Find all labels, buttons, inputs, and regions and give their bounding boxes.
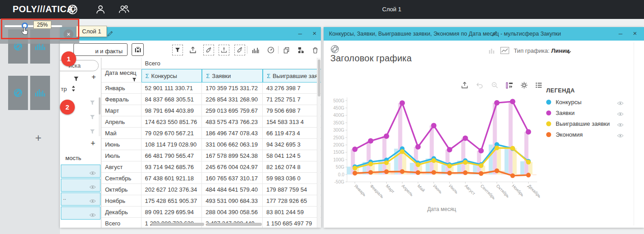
legend-item[interactable]: Конкурсы [546,98,636,109]
measure-column-header[interactable]: ΣЗаявки [202,69,263,83]
cell-value[interactable]: 202 627 102 376.34 [142,184,202,195]
cell-month[interactable]: Апрель [101,116,142,128]
cell-value[interactable]: 58 041 124 5 [263,150,321,161]
minimize-button[interactable]: – [616,29,626,39]
add-fact-button[interactable]: + [91,139,96,148]
cell-value[interactable]: 226 854 331 268.90 [202,94,263,105]
chevron-down-icon[interactable] [566,49,571,55]
legend-item[interactable]: Заявки [546,109,636,120]
line-type-icon[interactable] [500,47,509,55]
panel-scrollbar[interactable] [99,97,100,136]
add-mark-icon[interactable] [204,46,213,55]
cell-value[interactable]: 170 359 715 331.72 [202,83,263,94]
bar-type-icon[interactable] [489,47,496,55]
cell-value[interactable]: 288 004 390 058.56 [202,206,263,218]
cell-value[interactable]: 71 252 751 7 [263,94,321,105]
table-vertical-scrollbar[interactable] [317,58,320,228]
funnel-icon[interactable] [90,99,95,107]
edit-title-icon[interactable] [491,30,498,39]
export-icon[interactable] [188,46,197,55]
cell-value[interactable]: 186 496 747 078.43 [202,128,263,139]
chart-canvas[interactable]: 500G450G400G350G300G250G200G150G100G50G0… [329,95,554,216]
cell-month[interactable]: Июнь [101,139,142,150]
measure-column-header[interactable]: ΣКонкурсы [142,69,202,83]
cell-value[interactable]: 1 150 685 497 79 [263,218,321,228]
cell-month[interactable]: Август [101,161,142,173]
tray-alert-icon[interactable] [219,46,228,55]
cell-value[interactable]: 79 506 698 7 [263,105,321,116]
cell-value[interactable]: 167 578 899 524.38 [202,150,263,161]
eye-icon[interactable] [617,133,624,139]
cell-month[interactable]: Июль [101,150,142,161]
cell-value[interactable]: 484 484 641 579.40 [202,184,263,195]
eye-icon[interactable] [89,183,96,191]
user-icon[interactable] [95,4,106,15]
layer2-chart-thumbnail[interactable] [30,76,50,110]
cell-value[interactable]: 98 791 694 403.89 [142,105,202,116]
copy-icon[interactable] [282,46,291,55]
gear-icon[interactable] [520,81,529,90]
eye-icon[interactable] [89,197,96,205]
eye-icon[interactable] [617,111,624,118]
add-layer-button[interactable]: + [35,132,41,144]
cell-month[interactable]: Всего [101,218,142,228]
legend-item[interactable]: Выигравшие заявки [546,120,636,131]
table-horizontal-scrollbar[interactable] [151,223,204,226]
cell-value[interactable]: 84 837 668 305.51 [142,94,202,105]
cell-month[interactable]: Март [101,105,142,116]
eye-icon[interactable] [617,122,624,128]
cell-value[interactable]: 67 438 601 921.18 [142,173,202,184]
cell-value[interactable]: 179 887 759 54 [263,184,321,195]
cell-value[interactable]: 245 676 004 024.97 [202,161,263,173]
cell-value[interactable]: 52 901 111 330.71 [142,83,202,94]
table-horizontal-scrollbar[interactable] [206,223,262,226]
cell-month[interactable]: Ноябрь [101,195,142,206]
dimensions-facts-button[interactable]: и и факты [73,43,128,56]
cell-value[interactable]: 94 342 695 3 [263,139,321,150]
cell-value[interactable]: 59 983 036 0 [263,173,321,184]
cell-value[interactable]: 83 801 244 59 [263,206,321,218]
fact-row[interactable]: .. [61,193,100,206]
gauge-icon[interactable] [266,46,275,55]
legend-list-icon[interactable] [534,81,544,90]
eye-icon[interactable] [617,100,624,107]
cell-value[interactable]: 175 428 651 905.37 [142,195,202,206]
edit-title-icon[interactable] [107,30,114,39]
filter-icon[interactable] [73,75,79,83]
cell-value[interactable]: 483 575 473 766.23 [202,116,263,128]
close-button[interactable]: × [310,29,320,39]
cell-value[interactable]: 154 583 313 4 [263,116,321,128]
cell-value[interactable]: 82 162 074 8 [263,161,321,173]
multisphere-icon[interactable] [67,4,78,15]
resize-panel-icon[interactable] [505,81,514,90]
delete-icon[interactable] [311,46,320,55]
cell-value[interactable]: 108 114 719 028.90 [142,139,202,150]
cell-value[interactable]: 160 765 637 310.17 [202,173,263,184]
cell-value[interactable]: 79 029 670 567.21 [142,128,202,139]
funnel-icon[interactable] [90,128,95,136]
cell-value[interactable]: 331 006 662 063.19 [202,139,263,150]
zoom-icon[interactable] [490,81,499,90]
sort-arrows-icon[interactable] [72,85,75,93]
eye-icon[interactable] [89,169,96,177]
users-icon[interactable] [118,4,130,15]
cell-month[interactable]: Сентябрь [101,173,142,184]
measure-column-header[interactable]: ΣВыигравшие зая [263,69,321,83]
cell-value[interactable]: 493 531 090 684.33 [202,195,263,206]
close-button[interactable]: × [630,29,640,39]
filter-icon[interactable] [173,46,182,55]
add-dimension-button[interactable]: + [91,73,96,82]
hierarchy-icon[interactable] [297,46,306,55]
remove-mark-icon[interactable] [235,46,244,55]
export-icon[interactable] [460,81,469,90]
cell-value[interactable]: 174 623 550 851.76 [142,116,202,128]
cell-value[interactable]: 89 091 229 695.94 [142,206,202,218]
cell-value[interactable]: 43 276 398 7 [263,83,321,94]
minimize-button[interactable]: – [295,29,305,39]
layer2-multisphere-thumbnail[interactable] [8,76,28,110]
cell-month[interactable]: Октябрь [101,184,142,195]
cell-value[interactable]: 93 714 942 685.76 [142,161,202,173]
cell-value[interactable]: 259 013 695 759.67 [202,105,263,116]
cell-month[interactable]: Декабрь [101,206,142,218]
legend-item[interactable]: Экономия [546,131,636,142]
